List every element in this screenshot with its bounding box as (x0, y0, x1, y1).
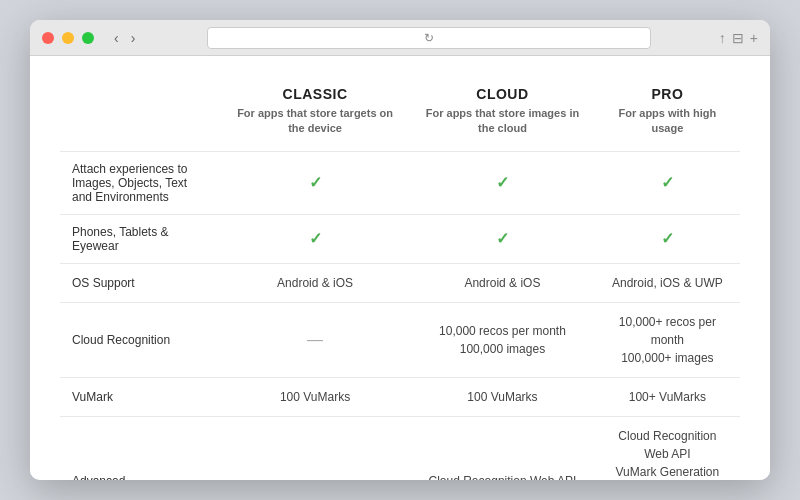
feature-label-1: Phones, Tablets & Eyewear (60, 214, 220, 263)
classic-feature-3: — (220, 302, 410, 377)
checkmark-icon: ✓ (661, 174, 674, 191)
classic-header: CLASSIC For apps that store targets on t… (220, 76, 410, 151)
cloud-feature-5: Cloud Recognition Web API (410, 416, 595, 480)
dash-icon: — (307, 472, 323, 480)
classic-cell-text-2: Android & iOS (232, 274, 398, 292)
main-content: CLASSIC For apps that store targets on t… (30, 56, 770, 480)
pro-cell-text-2: Android, iOS & UWP (607, 274, 728, 292)
classic-cell-text-4: 100 VuMarks (232, 388, 398, 406)
address-bar[interactable]: ↻ (207, 27, 650, 49)
features-body: Attach experiences to Images, Objects, T… (60, 151, 740, 480)
cloud-feature-4: 100 VuMarks (410, 377, 595, 416)
cloud-feature-2: Android & iOS (410, 263, 595, 302)
classic-feature-4: 100 VuMarks (220, 377, 410, 416)
table-row: VuMark100 VuMarks100 VuMarks100+ VuMarks (60, 377, 740, 416)
classic-feature-1: ✓ (220, 214, 410, 263)
titlebar: ‹ › ↻ ↑ ⊟ + (30, 20, 770, 56)
table-header-row: CLASSIC For apps that store targets on t… (60, 76, 740, 151)
cloud-plan-desc: For apps that store images in the cloud (422, 106, 583, 137)
classic-feature-2: Android & iOS (220, 263, 410, 302)
minimize-button[interactable] (62, 32, 74, 44)
checkmark-icon: ✓ (309, 230, 322, 247)
checkmark-icon: ✓ (496, 174, 509, 191)
pricing-table: CLASSIC For apps that store targets on t… (60, 76, 740, 480)
close-button[interactable] (42, 32, 54, 44)
maximize-button[interactable] (82, 32, 94, 44)
refresh-icon: ↻ (424, 31, 434, 45)
forward-button[interactable]: › (127, 28, 140, 48)
feature-header-cell (60, 76, 220, 151)
feature-label-5: Advanced (60, 416, 220, 480)
cloud-cell-text-3: 10,000 recos per month 100,000 images (422, 322, 583, 358)
table-row: Attach experiences to Images, Objects, T… (60, 151, 740, 214)
checkmark-icon: ✓ (309, 174, 322, 191)
browser-window: ‹ › ↻ ↑ ⊟ + CLASSIC For apps that store … (30, 20, 770, 480)
window-minus-icon[interactable]: ⊟ (732, 30, 744, 46)
cloud-feature-1: ✓ (410, 214, 595, 263)
pro-header: PRO For apps with high usage (595, 76, 740, 151)
feature-label-4: VuMark (60, 377, 220, 416)
pro-feature-5: Cloud Recognition Web API VuMark Generat… (595, 416, 740, 480)
feature-label-0: Attach experiences to Images, Objects, T… (60, 151, 220, 214)
classic-feature-5: — (220, 416, 410, 480)
pro-cell-text-3: 10,000+ recos per month 100,000+ images (607, 313, 728, 367)
cloud-header: CLOUD For apps that store images in the … (410, 76, 595, 151)
feature-label-3: Cloud Recognition (60, 302, 220, 377)
checkmark-icon: ✓ (496, 230, 509, 247)
cloud-feature-0: ✓ (410, 151, 595, 214)
feature-label-2: OS Support (60, 263, 220, 302)
pro-plan-desc: For apps with high usage (607, 106, 728, 137)
pro-feature-0: ✓ (595, 151, 740, 214)
table-row: Advanced—Cloud Recognition Web APICloud … (60, 416, 740, 480)
cloud-cell-text-5: Cloud Recognition Web API (422, 472, 583, 480)
cloud-feature-3: 10,000 recos per month 100,000 images (410, 302, 595, 377)
pro-cell-text-4: 100+ VuMarks (607, 388, 728, 406)
pro-feature-4: 100+ VuMarks (595, 377, 740, 416)
pro-plan-name: PRO (607, 86, 728, 102)
dash-icon: — (307, 331, 323, 348)
classic-feature-0: ✓ (220, 151, 410, 214)
nav-buttons: ‹ › (110, 28, 139, 48)
classic-plan-desc: For apps that store targets on the devic… (232, 106, 398, 137)
pro-feature-1: ✓ (595, 214, 740, 263)
window-plus-icon[interactable]: + (750, 30, 758, 46)
pro-feature-3: 10,000+ recos per month 100,000+ images (595, 302, 740, 377)
checkmark-icon: ✓ (661, 230, 674, 247)
back-button[interactable]: ‹ (110, 28, 123, 48)
table-row: Cloud Recognition—10,000 recos per month… (60, 302, 740, 377)
cloud-cell-text-2: Android & iOS (422, 274, 583, 292)
pro-cell-text-5: Cloud Recognition Web API VuMark Generat… (607, 427, 728, 480)
share-icon[interactable]: ↑ (719, 30, 726, 46)
toolbar-right: ↑ ⊟ + (719, 30, 758, 46)
table-row: OS SupportAndroid & iOSAndroid & iOSAndr… (60, 263, 740, 302)
pro-feature-2: Android, iOS & UWP (595, 263, 740, 302)
cloud-cell-text-4: 100 VuMarks (422, 388, 583, 406)
classic-plan-name: CLASSIC (232, 86, 398, 102)
table-row: Phones, Tablets & Eyewear✓✓✓ (60, 214, 740, 263)
cloud-plan-name: CLOUD (422, 86, 583, 102)
